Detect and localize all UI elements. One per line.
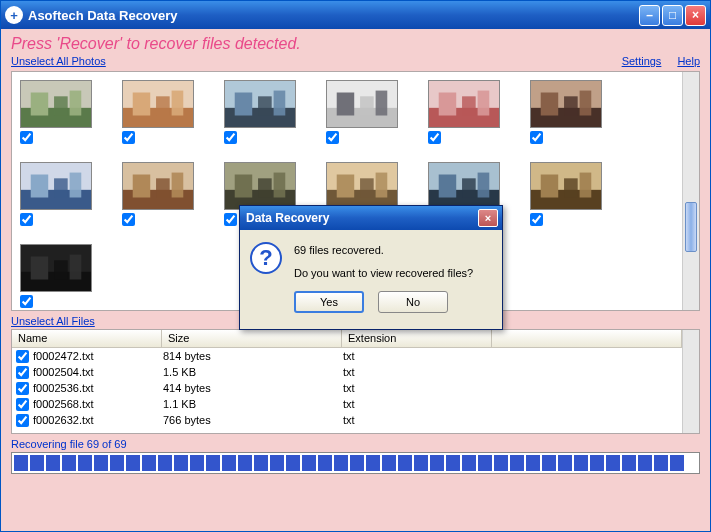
column-size[interactable]: Size: [162, 330, 342, 347]
svg-rect-53: [462, 178, 476, 197]
file-name: f0002504.txt: [33, 366, 163, 378]
file-row[interactable]: f0002568.txt1.1 KBtxt: [12, 396, 682, 412]
photo-item[interactable]: [122, 80, 194, 144]
svg-rect-23: [462, 96, 476, 115]
yes-button[interactable]: Yes: [294, 291, 364, 313]
photo-item[interactable]: [20, 80, 92, 144]
photo-item[interactable]: [530, 162, 602, 226]
file-row[interactable]: f0002472.txt814 bytestxt: [12, 348, 682, 364]
photo-item[interactable]: [224, 80, 296, 144]
status-text: Recovering file 69 of 69: [11, 438, 700, 450]
svg-rect-54: [478, 173, 490, 198]
photo-thumbnail[interactable]: [530, 80, 602, 128]
photo-item[interactable]: [326, 80, 398, 144]
progress-block: [318, 455, 332, 471]
photo-thumbnail[interactable]: [20, 80, 92, 128]
photo-checkbox[interactable]: [224, 213, 237, 226]
photo-checkbox[interactable]: [122, 213, 135, 226]
progress-block: [414, 455, 428, 471]
progress-block: [382, 455, 396, 471]
photo-item[interactable]: [20, 162, 92, 226]
photo-item[interactable]: [20, 244, 92, 308]
column-name[interactable]: Name: [12, 330, 162, 347]
progress-block: [654, 455, 668, 471]
file-scrollbar[interactable]: [682, 330, 699, 433]
photo-checkbox[interactable]: [20, 131, 33, 144]
photo-item[interactable]: [122, 162, 194, 226]
photo-checkbox[interactable]: [530, 131, 543, 144]
svg-rect-7: [133, 93, 151, 116]
photo-checkbox[interactable]: [326, 131, 339, 144]
unselect-all-photos-link[interactable]: Unselect All Photos: [11, 55, 106, 67]
window-buttons: – □ ×: [639, 5, 706, 26]
dialog-close-button[interactable]: ×: [478, 209, 498, 227]
photo-thumbnail[interactable]: [428, 162, 500, 210]
progress-bar: [11, 452, 700, 474]
maximize-button[interactable]: □: [662, 5, 683, 26]
progress-block: [430, 455, 444, 471]
photo-item[interactable]: [428, 80, 500, 144]
svg-rect-44: [274, 173, 286, 198]
photo-checkbox[interactable]: [224, 131, 237, 144]
svg-rect-47: [337, 175, 355, 198]
photo-thumbnail[interactable]: [224, 162, 296, 210]
photo-item[interactable]: [530, 80, 602, 144]
svg-rect-13: [258, 96, 272, 115]
file-checkbox[interactable]: [16, 350, 29, 363]
file-row[interactable]: f0002536.txt414 bytestxt: [12, 380, 682, 396]
file-row[interactable]: f0002504.txt1.5 KBtxt: [12, 364, 682, 380]
file-ext: txt: [343, 366, 493, 378]
svg-rect-43: [258, 178, 272, 197]
svg-rect-8: [156, 96, 170, 115]
progress-block: [446, 455, 460, 471]
dialog-body: ? 69 files recovered. Do you want to vie…: [240, 230, 502, 321]
progress-block: [622, 455, 636, 471]
progress-block: [302, 455, 316, 471]
file-size: 814 bytes: [163, 350, 343, 362]
progress-block: [158, 455, 172, 471]
progress-block: [30, 455, 44, 471]
progress-block: [478, 455, 492, 471]
no-button[interactable]: No: [378, 291, 448, 313]
photo-thumbnail[interactable]: [122, 162, 194, 210]
file-checkbox[interactable]: [16, 414, 29, 427]
photo-thumbnail[interactable]: [20, 162, 92, 210]
file-checkbox[interactable]: [16, 398, 29, 411]
file-ext: txt: [343, 350, 493, 362]
progress-block: [494, 455, 508, 471]
photo-checkbox[interactable]: [428, 131, 441, 144]
file-size: 766 bytes: [163, 414, 343, 426]
progress-block: [510, 455, 524, 471]
scrollbar-thumb[interactable]: [685, 202, 697, 252]
svg-rect-2: [31, 93, 49, 116]
photo-thumbnail[interactable]: [428, 80, 500, 128]
settings-link[interactable]: Settings: [622, 55, 662, 67]
svg-rect-42: [235, 175, 253, 198]
close-button[interactable]: ×: [685, 5, 706, 26]
photo-checkbox[interactable]: [20, 213, 33, 226]
photo-thumbnail[interactable]: [122, 80, 194, 128]
photo-thumbnail[interactable]: [326, 162, 398, 210]
dialog-titlebar: Data Recovery ×: [240, 206, 502, 230]
file-name: f0002536.txt: [33, 382, 163, 394]
photo-thumbnail[interactable]: [224, 80, 296, 128]
photo-checkbox[interactable]: [20, 295, 33, 308]
progress-block: [606, 455, 620, 471]
photo-thumbnail[interactable]: [326, 80, 398, 128]
file-ext: txt: [343, 414, 493, 426]
photo-checkbox[interactable]: [530, 213, 543, 226]
svg-rect-34: [70, 173, 82, 198]
photo-thumbnail[interactable]: [530, 162, 602, 210]
progress-block: [190, 455, 204, 471]
window-title: Asoftech Data Recovery: [28, 8, 639, 23]
file-row[interactable]: f0002632.txt766 bytestxt: [12, 412, 682, 428]
photo-thumbnail[interactable]: [20, 244, 92, 292]
photo-scrollbar[interactable]: [682, 72, 699, 310]
file-checkbox[interactable]: [16, 382, 29, 395]
help-link[interactable]: Help: [677, 55, 700, 67]
minimize-button[interactable]: –: [639, 5, 660, 26]
file-checkbox[interactable]: [16, 366, 29, 379]
photo-checkbox[interactable]: [122, 131, 135, 144]
unselect-all-files-link[interactable]: Unselect All Files: [11, 315, 95, 327]
column-extension[interactable]: Extension: [342, 330, 492, 347]
